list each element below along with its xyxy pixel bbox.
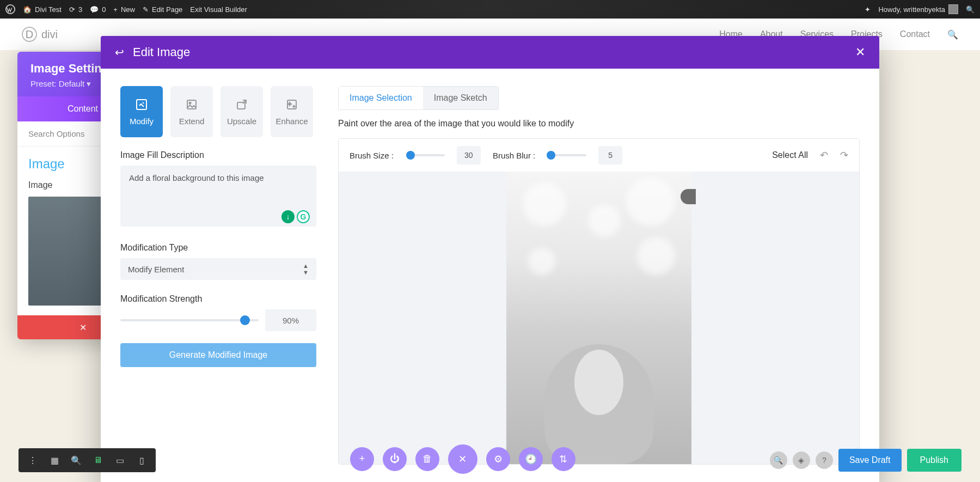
desktop-view-icon[interactable]: 🖥 — [87, 448, 109, 472]
help-icon[interactable]: ? — [816, 452, 833, 469]
wp-logo-icon[interactable] — [5, 4, 15, 14]
undo-icon[interactable]: ↶ — [820, 149, 828, 161]
logo-mark-icon: D — [22, 27, 37, 42]
modification-type-label: Modification Type — [120, 243, 316, 253]
modal-title: Edit Image — [133, 45, 190, 59]
tab-image-selection[interactable]: Image Selection — [339, 87, 423, 109]
slider-thumb[interactable] — [547, 151, 555, 160]
search-circle-icon[interactable]: 🔍 — [770, 452, 787, 469]
edit-image-modal: ↩ Edit Image ✕ Modify Extend Upscale — [101, 36, 879, 482]
sort-button[interactable]: ⇅ — [552, 447, 575, 471]
close-builder-button[interactable]: ✕ — [448, 444, 477, 474]
pencil-icon: ✎ — [143, 5, 149, 14]
close-icon: ✕ — [79, 322, 87, 333]
close-modal-button[interactable]: ✕ — [855, 45, 865, 59]
grammarly-icon[interactable]: G — [297, 210, 310, 223]
refresh-icon: ⟳ — [69, 5, 75, 14]
slider-thumb[interactable] — [240, 315, 250, 325]
comments-link[interactable]: 💬0 — [90, 5, 106, 14]
mobile-view-icon[interactable]: ▯ — [131, 448, 152, 472]
tab-image-sketch[interactable]: Image Sketch — [423, 87, 498, 109]
svg-rect-2 — [187, 100, 196, 109]
back-icon[interactable]: ↩ — [115, 46, 124, 59]
site-name-link[interactable]: 🏠Divi Test — [23, 5, 62, 14]
home-icon: 🏠 — [23, 5, 32, 14]
paint-instruction: Paint over the area of the image that yo… — [338, 119, 860, 129]
layers-icon[interactable]: ◈ — [793, 452, 810, 469]
zoom-icon[interactable]: 🔍 — [65, 448, 87, 472]
edit-page-link[interactable]: ✎Edit Page — [143, 5, 182, 14]
exit-vb-link[interactable]: Exit Visual Builder — [190, 5, 247, 14]
grammarly-down-icon[interactable]: ↓ — [281, 210, 295, 223]
menu-icon[interactable]: ⋮ — [22, 448, 44, 472]
slider-thumb[interactable] — [406, 151, 415, 160]
comment-icon: 💬 — [90, 5, 99, 14]
save-draft-button[interactable]: Save Draft — [838, 449, 902, 472]
new-link[interactable]: +New — [113, 5, 135, 14]
publish-button[interactable]: Publish — [907, 449, 961, 472]
select-all-button[interactable]: Select All — [772, 150, 808, 160]
mode-tab-modify[interactable]: Modify — [120, 86, 163, 137]
wireframe-icon[interactable]: ▦ — [44, 448, 65, 472]
svg-rect-4 — [237, 102, 245, 109]
avatar — [948, 4, 958, 14]
plus-icon: + — [113, 5, 118, 14]
nav-contact[interactable]: Contact — [900, 29, 930, 39]
brush-blur-slider[interactable] — [547, 154, 586, 156]
canvas-image[interactable] — [506, 172, 691, 464]
mode-tab-upscale[interactable]: Upscale — [220, 86, 263, 137]
history-button[interactable]: 🕘 — [519, 447, 543, 471]
modify-icon — [135, 98, 148, 111]
brush-blur-value: 5 — [598, 146, 622, 164]
logo-text: divi — [41, 28, 58, 41]
mode-tab-label: Enhance — [275, 117, 308, 126]
bottom-toolbar: ⋮ ▦ 🔍 🖥 ▭ ▯ + ⏻ 🗑 ✕ ⚙ 🕘 ⇅ 🔍 ◈ ? Save Dra… — [19, 448, 961, 472]
mode-tab-label: Extend — [179, 117, 205, 126]
mode-tab-enhance[interactable]: Enhance — [271, 86, 313, 137]
brush-size-slider[interactable] — [406, 154, 445, 156]
brush-cursor-icon — [681, 189, 696, 204]
extend-icon — [185, 98, 198, 111]
upscale-icon — [235, 98, 248, 111]
modification-strength-label: Modification Strength — [120, 294, 316, 304]
brush-size-value: 30 — [457, 146, 481, 164]
mode-tab-label: Modify — [130, 117, 154, 126]
power-button[interactable]: ⏻ — [383, 447, 407, 471]
redo-icon[interactable]: ↷ — [840, 149, 848, 161]
fill-description-label: Image Fill Description — [120, 150, 316, 160]
updates-link[interactable]: ⟳3 — [69, 5, 82, 14]
nav-search-icon[interactable]: 🔍 — [947, 29, 958, 40]
strength-slider[interactable] — [120, 319, 259, 321]
ai-sparkle-icon[interactable]: ✦ — [865, 5, 871, 14]
mode-tab-extend[interactable]: Extend — [170, 86, 213, 137]
svg-point-3 — [189, 102, 191, 103]
tablet-view-icon[interactable]: ▭ — [109, 448, 131, 472]
search-icon[interactable]: 🔍 — [966, 5, 975, 14]
wp-admin-bar: 🏠Divi Test ⟳3 💬0 +New ✎Edit Page Exit Vi… — [0, 0, 980, 19]
canvas-area[interactable] — [339, 172, 859, 464]
settings-button[interactable]: ⚙ — [486, 447, 510, 471]
site-logo[interactable]: D divi — [22, 27, 58, 42]
add-button[interactable]: + — [350, 447, 374, 471]
enhance-icon — [285, 98, 298, 111]
strength-value: 90% — [265, 309, 316, 331]
modification-type-select[interactable]: Modify Element — [120, 258, 316, 280]
brush-blur-label: Brush Blur : — [493, 151, 535, 160]
mode-tab-label: Upscale — [227, 117, 256, 126]
trash-button[interactable]: 🗑 — [415, 447, 439, 471]
brush-size-label: Brush Size : — [350, 151, 394, 160]
howdy-link[interactable]: Howdy, writtenbyekta — [878, 4, 958, 14]
generate-button[interactable]: Generate Modified Image — [120, 343, 316, 367]
